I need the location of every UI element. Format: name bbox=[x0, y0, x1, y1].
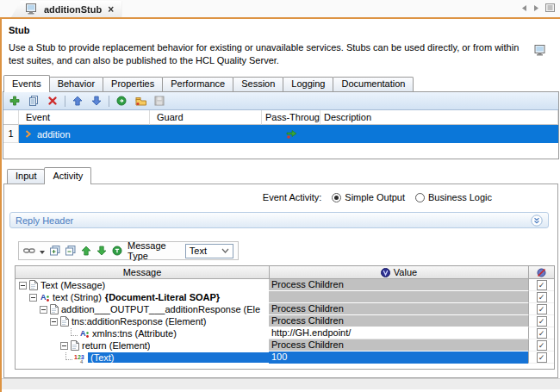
int-123-icon: 1234 bbox=[74, 352, 85, 364]
radio-business-logic-label: Business Logic bbox=[428, 192, 492, 202]
tree-node-label: xmlns:tns (Attribute) bbox=[92, 328, 177, 339]
collapse-toggle-icon[interactable] bbox=[40, 306, 47, 314]
open-folder-button[interactable] bbox=[134, 94, 147, 108]
event-row-addition[interactable]: addition bbox=[19, 125, 558, 143]
checked-checkbox[interactable] bbox=[537, 280, 547, 290]
editor-tab-additionstub[interactable]: additionStub × bbox=[11, 1, 121, 17]
tree-row-text-value[interactable]: 1234 (Text) 100 bbox=[16, 352, 554, 364]
reply-header-section[interactable]: Reply Header bbox=[9, 212, 549, 228]
tab-documentation[interactable]: Documentation bbox=[333, 77, 414, 91]
document-icon bbox=[71, 340, 79, 351]
tab-logging[interactable]: Logging bbox=[283, 77, 333, 91]
field-options-button[interactable] bbox=[112, 244, 123, 258]
tab-performance[interactable]: Performance bbox=[162, 77, 233, 91]
tree-node-value[interactable]: Process Children bbox=[269, 339, 528, 352]
tree-row-tns-addition-response[interactable]: tns:additionResponse (Element) Process C… bbox=[16, 315, 554, 327]
radio-unselected-icon bbox=[415, 193, 425, 202]
event-pass-through-cell[interactable] bbox=[262, 129, 320, 139]
stub-tabs: Events Behavior Properties Performance S… bbox=[2, 74, 560, 91]
double-chevron-icon[interactable] bbox=[531, 215, 543, 227]
events-col-guard: Guard bbox=[150, 110, 262, 125]
move-field-down-button[interactable] bbox=[96, 244, 108, 258]
tree-row-return[interactable]: return (Element) Process Children bbox=[16, 339, 554, 352]
save-button[interactable] bbox=[152, 94, 166, 108]
tree-node-value[interactable]: Process Children bbox=[269, 279, 528, 291]
collapse-all-icon bbox=[65, 246, 76, 256]
radio-simple-output[interactable]: Simple Output bbox=[332, 192, 405, 202]
tree-col-value: Value bbox=[269, 266, 528, 279]
link-dropdown-caret[interactable] bbox=[40, 246, 45, 256]
status-strip bbox=[2, 378, 560, 389]
nav-left-icon[interactable] bbox=[521, 3, 527, 14]
tree-row-xmlns-tns[interactable]: A xmlns:tns (Attribute) http://GH.endpoi… bbox=[16, 327, 554, 339]
collapse-toggle-icon[interactable] bbox=[60, 342, 68, 350]
events-panel: Event Guard Pass-Through Description 1 a… bbox=[3, 91, 559, 159]
document-icon bbox=[29, 280, 38, 290]
include-checkbox-cell bbox=[528, 352, 554, 364]
include-checkbox-cell bbox=[528, 327, 554, 339]
include-checkbox-cell bbox=[528, 279, 554, 291]
event-row-number: 1 bbox=[3, 125, 19, 143]
events-col-gutter bbox=[3, 110, 19, 125]
checked-checkbox[interactable] bbox=[537, 304, 547, 314]
tree-node-value[interactable]: Process Children bbox=[269, 303, 528, 315]
green-circle-t-icon bbox=[112, 246, 122, 256]
stub-description-line1: Use a Stub to provide replacement behavi… bbox=[9, 41, 553, 54]
collapse-toggle-icon[interactable] bbox=[29, 294, 37, 302]
tree-node-value[interactable]: 100 bbox=[269, 352, 528, 364]
radio-business-logic[interactable]: Business Logic bbox=[415, 192, 492, 202]
checked-checkbox[interactable] bbox=[537, 352, 547, 363]
move-field-up-button[interactable] bbox=[80, 244, 91, 258]
close-icon[interactable]: × bbox=[108, 5, 114, 14]
expand-all-button[interactable] bbox=[49, 244, 60, 258]
tree-node-label: text (String) bbox=[53, 292, 102, 302]
radio-simple-output-label: Simple Output bbox=[345, 192, 405, 202]
activity-panel: Event Activity: Simple Output Business L… bbox=[3, 184, 558, 378]
collapse-toggle-icon[interactable] bbox=[19, 282, 27, 289]
tree-node-value[interactable]: http://GH.endpoint/ bbox=[269, 327, 528, 339]
tree-node-label: (Text) bbox=[88, 352, 269, 363]
events-col-pass-through: Pass-Through bbox=[262, 110, 320, 125]
pass-through-arrow-icon bbox=[286, 129, 297, 139]
go-circle-icon bbox=[116, 96, 127, 106]
message-type-select[interactable]: Text bbox=[185, 244, 233, 258]
monitor-icon bbox=[25, 3, 37, 15]
toolbar-separator bbox=[65, 96, 65, 107]
run-button[interactable] bbox=[115, 94, 128, 108]
checked-checkbox[interactable] bbox=[537, 292, 547, 302]
tree-row-text-message[interactable]: Text (Message) Process Children bbox=[16, 279, 554, 291]
checked-checkbox[interactable] bbox=[537, 316, 547, 327]
tree-row-text-string[interactable]: A text (String) {Document-Literal SOAP} bbox=[16, 291, 554, 303]
tab-properties[interactable]: Properties bbox=[103, 77, 163, 91]
nav-right-icon[interactable] bbox=[533, 3, 539, 14]
tab-behavior[interactable]: Behavior bbox=[49, 77, 103, 91]
copy-event-button[interactable] bbox=[27, 94, 40, 108]
tree-connector bbox=[65, 352, 72, 360]
tree-node-value[interactable] bbox=[269, 291, 528, 303]
tree-row-addition-response[interactable]: addition___OUTPUT___additionResponse (El… bbox=[16, 303, 554, 315]
delete-event-button[interactable] bbox=[46, 94, 59, 108]
tree-node-label: return (Element) bbox=[82, 340, 150, 351]
copy-icon bbox=[28, 96, 39, 106]
tab-events[interactable]: Events bbox=[3, 75, 50, 92]
tab-list-icon[interactable] bbox=[545, 3, 555, 14]
tree-col-filter bbox=[528, 266, 554, 279]
collapse-toggle-icon[interactable] bbox=[50, 318, 58, 326]
add-event-button[interactable] bbox=[8, 94, 22, 108]
link-button[interactable] bbox=[23, 244, 35, 258]
tree-node-value[interactable]: Process Children bbox=[269, 315, 528, 327]
collapse-all-button[interactable] bbox=[65, 244, 76, 258]
move-up-button[interactable] bbox=[71, 94, 84, 108]
checked-checkbox[interactable] bbox=[537, 340, 547, 351]
checked-checkbox[interactable] bbox=[537, 328, 547, 339]
events-col-description: Description bbox=[320, 110, 558, 125]
tab-session[interactable]: Session bbox=[233, 77, 283, 91]
move-down-button[interactable] bbox=[90, 94, 103, 108]
green-down-arrow-icon bbox=[96, 246, 107, 256]
tab-activity[interactable]: Activity bbox=[44, 167, 91, 184]
tab-input[interactable]: Input bbox=[7, 169, 45, 184]
radio-selected-icon bbox=[332, 193, 341, 202]
tree-col-message: Message bbox=[16, 266, 269, 279]
svg-text:A: A bbox=[80, 329, 86, 338]
events-table: Event Guard Pass-Through Description 1 a… bbox=[3, 110, 558, 143]
